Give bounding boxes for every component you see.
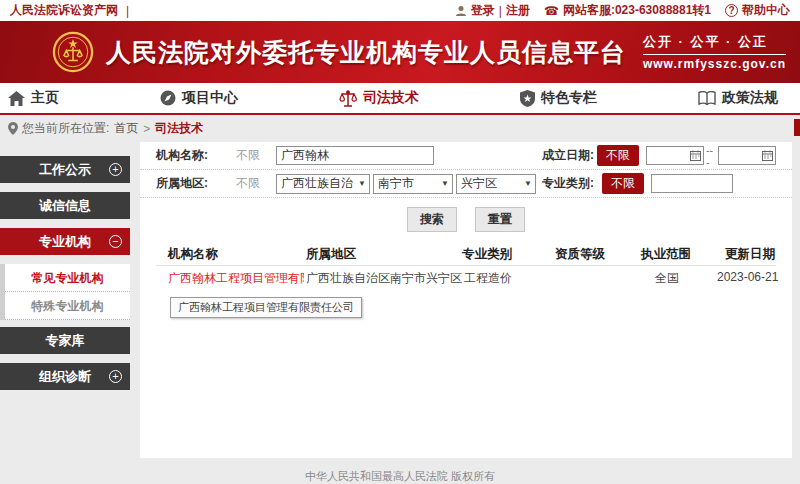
cell-region: 广西壮族自治区南宁市兴宁区	[306, 270, 462, 287]
col-header-region: 所属地区	[306, 246, 356, 263]
search-button[interactable]: 搜索	[407, 207, 457, 232]
sidebar-item-label: 工作公示	[39, 162, 91, 177]
nav-item-home[interactable]: 主页	[8, 89, 59, 107]
site-url: www.rmfysszc.gov.cn	[643, 57, 786, 71]
slogan-text: 公开 · 公平 · 公正	[643, 33, 786, 51]
org-name-label: 机构名称:	[156, 147, 218, 164]
login-divider: |	[499, 4, 502, 18]
city-value: 南宁市	[378, 175, 414, 192]
help-center-group[interactable]: ? 帮助中心	[725, 2, 790, 19]
sidebar-item-label: 专家库	[46, 333, 85, 348]
content-panel: 机构名称: 不限 成立日期: 不限 ---	[140, 142, 792, 458]
sidebar-item-label: 诚信信息	[39, 198, 91, 213]
col-header-grade: 资质等级	[555, 246, 605, 263]
site-title: 人民法院对外委托专业机构专业人员信息平台	[106, 36, 626, 69]
calendar-icon	[762, 150, 773, 161]
org-name-input[interactable]	[276, 146, 434, 165]
expand-icon: +	[109, 163, 122, 176]
banner-slogan-block: 公开 · 公平 · 公正 www.rmfysszc.gov.cn	[643, 33, 786, 71]
province-select[interactable]: 广西壮族自治 ▼	[276, 174, 370, 194]
table-header-row: 机构名称 所属地区 专业类别 资质等级 执业范围 更新日期	[156, 242, 776, 266]
expand-icon: +	[109, 370, 122, 383]
breadcrumb-prefix: 您当前所在位置:	[22, 120, 109, 137]
nav-label: 特色专栏	[541, 89, 597, 107]
sidebar-subitem-special-orgs[interactable]: 特殊专业机构	[5, 292, 130, 320]
sidebar-item-label: 专业机构	[39, 234, 91, 249]
date-start-input[interactable]	[646, 146, 704, 165]
district-select[interactable]: 兴宁区 ▼	[456, 174, 536, 194]
calendar-icon	[690, 150, 701, 161]
phone-icon: ☎	[544, 4, 559, 18]
org-name-tooltip: 广西翰林工程项目管理有限责任公司	[170, 297, 362, 318]
breadcrumb-separator: >	[143, 122, 150, 136]
district-value: 兴宁区	[461, 175, 497, 192]
founded-unlimited-button[interactable]: 不限	[597, 145, 639, 166]
date-end-input[interactable]	[718, 146, 776, 165]
top-utility-bar: 人民法院诉讼资产网 | 登录 | 注册 ☎ 网站客服:023-63088881转…	[0, 0, 800, 21]
nav-item-project-center[interactable]: 项目中心	[160, 89, 238, 107]
nav-item-special-column[interactable]: 特色专栏	[520, 89, 597, 107]
breadcrumb: 您当前所在位置: 首页 > 司法技术	[0, 115, 800, 142]
help-link: 帮助中心	[742, 2, 790, 19]
footer: 中华人民共和国最高人民法院 版权所有	[0, 460, 800, 484]
nav-item-policies[interactable]: 政策法规	[698, 89, 778, 107]
topbar-divider: |	[126, 4, 129, 18]
breadcrumb-home[interactable]: 首页	[114, 120, 138, 137]
collapse-icon: −	[109, 235, 122, 248]
col-header-updated: 更新日期	[725, 246, 775, 263]
sidebar-subitem-common-orgs[interactable]: 常见专业机构	[5, 264, 130, 292]
date-range-separator: ---	[706, 144, 716, 168]
slogan-divider	[643, 54, 786, 55]
court-emblem-icon	[52, 31, 94, 73]
book-icon	[698, 91, 716, 106]
sidebar-item-org-diagnosis[interactable]: 组织诊断 +	[0, 363, 130, 390]
hotline-text: 网站客服:023-63088881转1	[563, 2, 711, 19]
user-icon	[455, 5, 467, 17]
sidebar-item-work-publicity[interactable]: 工作公示 +	[0, 156, 130, 183]
main-area: 工作公示 + 诚信信息 专业机构 − 常见专业机构 特殊专业机构 专家库 组织诊…	[0, 142, 800, 460]
sidebar-item-professional-orgs[interactable]: 专业机构 −	[0, 228, 130, 255]
org-name-unlimited[interactable]: 不限	[236, 147, 262, 164]
results-table: 机构名称 所属地区 专业类别 资质等级 执业范围 更新日期 广西翰林工程项目管理…	[156, 242, 776, 318]
category-unlimited-button[interactable]: 不限	[602, 173, 644, 194]
register-link[interactable]: 注册	[506, 2, 530, 19]
nav-label: 项目中心	[182, 89, 238, 107]
chevron-down-icon: ▼	[358, 179, 366, 188]
city-select[interactable]: 南宁市 ▼	[373, 174, 453, 194]
filter-row-region: 所属地区: 不限 广西壮族自治 ▼ 南宁市 ▼ 兴宁区 ▼ 专业类别: 不限	[140, 170, 792, 198]
sidebar: 工作公示 + 诚信信息 专业机构 − 常见专业机构 特殊专业机构 专家库 组织诊…	[0, 156, 130, 399]
cell-scope: 全国	[655, 270, 679, 287]
cell-updated: 2023-06-21	[717, 270, 778, 284]
home-icon	[8, 91, 25, 106]
hotline-group: ☎ 网站客服:023-63088881转1	[544, 2, 711, 19]
nav-label: 政策法规	[722, 89, 778, 107]
sidebar-item-expert-pool[interactable]: 专家库	[0, 327, 130, 354]
nav-label: 司法技术	[363, 89, 419, 107]
category-label: 专业类别:	[542, 175, 602, 192]
col-header-scope: 执业范围	[641, 246, 691, 263]
chevron-down-icon: ▼	[441, 179, 449, 188]
col-header-category: 专业类别	[462, 246, 512, 263]
site-link[interactable]: 人民法院诉讼资产网	[10, 2, 118, 19]
table-row: 广西翰林工程项目管理有限责任... 广西壮族自治区南宁市兴宁区 工程造价 全国 …	[156, 266, 776, 290]
login-link[interactable]: 登录	[471, 2, 495, 19]
nav-label: 主页	[31, 89, 59, 107]
filter-row-org-name: 机构名称: 不限 成立日期: 不限 ---	[140, 142, 792, 170]
breadcrumb-current[interactable]: 司法技术	[155, 120, 203, 137]
reset-button[interactable]: 重置	[475, 207, 525, 232]
region-unlimited[interactable]: 不限	[236, 175, 262, 192]
founded-date-group: 成立日期: 不限 ---	[542, 144, 776, 168]
org-name-link[interactable]: 广西翰林工程项目管理有限责任...	[168, 270, 304, 287]
region-label: 所属地区:	[156, 175, 218, 192]
main-nav: 主页 项目中心 司法技术 特色专栏 政策法规	[0, 83, 800, 115]
sidebar-item-integrity-info[interactable]: 诚信信息	[0, 192, 130, 219]
category-input[interactable]	[651, 174, 733, 193]
province-value: 广西壮族自治	[281, 175, 353, 192]
site-banner: 人民法院对外委托专业机构专业人员信息平台 公开 · 公平 · 公正 www.rm…	[0, 21, 800, 83]
nav-item-judicial-tech[interactable]: 司法技术	[339, 89, 419, 107]
right-edge-marker	[794, 119, 800, 136]
login-register-group: 登录 | 注册	[455, 2, 530, 19]
category-group: 专业类别: 不限	[542, 173, 776, 194]
project-icon	[160, 90, 176, 106]
question-icon: ?	[725, 4, 738, 17]
